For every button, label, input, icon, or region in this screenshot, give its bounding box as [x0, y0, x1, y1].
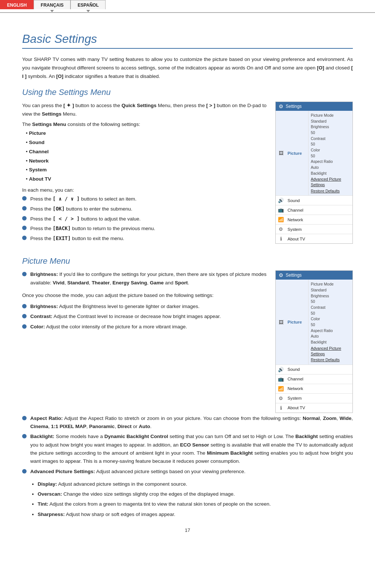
page-number: 17: [22, 527, 353, 533]
bullet-brightness-main: Brightness: If you'd like to configure t…: [22, 270, 266, 287]
list-item-network: Network: [26, 157, 266, 165]
menu-row-system-2[interactable]: ⚙ System: [276, 394, 352, 403]
tab-english-label: ENGLISH: [7, 3, 27, 8]
bullet-backlight: Backlight: Some models have a Dynamic Ba…: [22, 433, 353, 465]
page-content: Basic Settings Your SHARP TV comes with …: [0, 25, 375, 548]
step-bullet-1: [22, 196, 27, 201]
abouttv-icon-2: ℹ: [276, 403, 286, 413]
language-tabs: ENGLISH FRANÇAIS ESPAÑOL: [0, 0, 375, 9]
detail-aspect-label: Aspect Ratio: [311, 159, 350, 164]
tab-espanol[interactable]: ESPAÑOL: [70, 0, 106, 9]
sound-icon-2: 🔊: [276, 365, 286, 374]
picture-left: Brightness: If you'd like to configure t…: [22, 270, 266, 335]
detail-restore[interactable]: Restore Defaults: [311, 188, 350, 194]
detail-brightness-label: Brightness: [311, 124, 350, 130]
detail-picture-mode: Picture Mode: [311, 113, 350, 118]
settings-box-2-title: Settings: [286, 273, 302, 278]
menu-row-channel-1[interactable]: 📺 Channel: [276, 205, 352, 215]
settings-box-2-header: ⚙ Settings: [276, 271, 352, 280]
using-intro: You can press the [ ✦ ] button to access…: [22, 102, 266, 119]
picture-icon-2: 🖼: [276, 318, 286, 327]
detail2-contrast-val: 50: [311, 311, 350, 316]
bullet-dot-brightness: [22, 272, 27, 276]
detail-adv-pic[interactable]: Advanced Picture Settings: [311, 177, 350, 187]
step-bullet-5: [22, 236, 27, 240]
menu-label-abouttv-1: About TV: [286, 235, 308, 243]
detail2-color-label: Color: [311, 316, 350, 322]
menu-label-system-1: System: [286, 225, 308, 233]
settings-box-1-menu: 🖼 Picture Picture Mode Standard Brightne…: [276, 111, 352, 244]
network-icon-1: 📶: [276, 215, 286, 224]
menu-row-network-1[interactable]: 📶 Network: [276, 215, 352, 225]
system-icon-1: ⚙: [276, 225, 286, 234]
tab-english[interactable]: ENGLISH: [0, 0, 34, 9]
picture-settings-list: Brightness: Adjust the Brightness level …: [22, 302, 266, 331]
detail-backlight: Backlight: [311, 171, 350, 176]
settings-box-1-title: Settings: [286, 104, 302, 109]
menu-label-channel-2: Channel: [286, 375, 308, 383]
network-icon-2: 📶: [276, 384, 286, 393]
channel-icon-1: 📺: [276, 205, 286, 215]
menu-label-sound-2: Sound: [286, 365, 308, 373]
detail-contrast-label: Contrast: [311, 136, 350, 141]
step-bullet-2: [22, 206, 27, 211]
step-3: Press the [ < / > ] buttons to adjust th…: [22, 215, 266, 223]
picture-bullets: Brightness: If you'd like to configure t…: [22, 270, 266, 287]
steps-list: Press the [ ∧ / ∨ ] buttons to select an…: [22, 195, 266, 242]
detail2-standard: Standard: [311, 287, 350, 293]
step-1: Press the [ ∧ / ∨ ] buttons to select an…: [22, 195, 266, 203]
once-text: Once you choose the mode, you can adjust…: [22, 291, 266, 300]
list-item-sound: Sound: [26, 139, 266, 147]
detail2-backlight: Backlight: [311, 339, 350, 345]
detail2-contrast-label: Contrast: [311, 305, 350, 310]
sub-sharpness: Sharpness: Adjust how sharp or soft edge…: [38, 510, 353, 519]
step-bullet-4: [22, 226, 27, 230]
picture-settings-full: Aspect Ratio: Adjust the Aspect Ratio to…: [22, 414, 353, 476]
bullet-aspect: Aspect Ratio: Adjust the Aspect Ratio to…: [22, 414, 353, 431]
detail2-aspect-val: Auto: [311, 334, 350, 339]
menu-row-abouttv-2[interactable]: ℹ About TV: [276, 403, 352, 413]
settings-box-2-container: ⚙ Settings 🖼 Picture Picture Mode Standa…: [275, 270, 353, 413]
menu-row-sound-1[interactable]: 🔊 Sound: [276, 196, 352, 205]
top-divider: [0, 12, 375, 13]
using-left: You can press the [ ✦ ] button to access…: [22, 102, 266, 247]
menu-row-network-2[interactable]: 📶 Network: [276, 384, 352, 394]
step-2: Press the [OK] buttons to enter the subm…: [22, 205, 266, 213]
detail2-restore[interactable]: Restore Defaults: [311, 357, 350, 363]
sub-display: Display: Adjust advanced picture setting…: [38, 480, 353, 488]
detail-brightness-val: 50: [311, 130, 350, 136]
detail-standard: Standard: [311, 119, 350, 124]
menu-row-abouttv-1[interactable]: ℹ About TV: [276, 234, 352, 243]
bl-color: [22, 324, 27, 329]
menu-row-sound-2[interactable]: 🔊 Sound: [276, 365, 352, 375]
menu-row-picture-2[interactable]: 🖼 Picture Picture Mode Standard Brightne…: [276, 280, 352, 365]
detail-contrast-val: 50: [311, 141, 350, 147]
settings-box-2: ⚙ Settings 🖼 Picture Picture Mode Standa…: [275, 270, 353, 413]
system-icon-2: ⚙: [276, 394, 286, 403]
menu-label-network-1: Network: [286, 216, 308, 224]
section-picture-title: Picture Menu: [22, 256, 353, 266]
bl-backlight: [22, 434, 27, 438]
abouttv-icon-1: ℹ: [276, 234, 286, 243]
page-title: Basic Settings: [22, 32, 353, 49]
list-item-abouttv: About TV: [26, 175, 266, 184]
gear-icon-1: ⚙: [279, 103, 283, 109]
bullet-contrast: Contrast: Adjust the Contrast level to i…: [22, 312, 266, 321]
bullet-color: Color: Adjust the color intensity of the…: [22, 323, 266, 331]
tab-francais-label: FRANÇAIS: [41, 3, 63, 8]
intro-paragraph: Your SHARP TV comes with many TV setting…: [22, 55, 353, 81]
picture-detail-2: Picture Mode Standard Brightness 50 Cont…: [308, 280, 352, 365]
menu-row-channel-2[interactable]: 📺 Channel: [276, 375, 352, 384]
detail2-adv-pic[interactable]: Advanced Picture Settings: [311, 346, 350, 356]
tab-francais[interactable]: FRANÇAIS: [34, 0, 70, 9]
detail2-aspect-label: Aspect Ratio: [311, 328, 350, 334]
menu-row-picture-1[interactable]: 🖼 Picture Picture Mode Standard Brightne…: [276, 111, 352, 196]
settings-box-1-container: ⚙ Settings 🖼 Picture Picture Mode Standa…: [275, 102, 353, 244]
menu-label-picture-2: Picture: [286, 318, 308, 326]
bullet-adv-pic: Advanced Picture Settings: Adjust advanc…: [22, 468, 353, 476]
bullet-brightness-adj: Brightness: Adjust the Brightness level …: [22, 302, 266, 311]
settings-box-1: ⚙ Settings 🖼 Picture Picture Mode Standa…: [275, 102, 353, 244]
detail2-picture-mode: Picture Mode: [311, 281, 350, 287]
menu-row-system-1[interactable]: ⚙ System: [276, 225, 352, 234]
settings-box-2-menu: 🖼 Picture Picture Mode Standard Brightne…: [276, 280, 352, 413]
